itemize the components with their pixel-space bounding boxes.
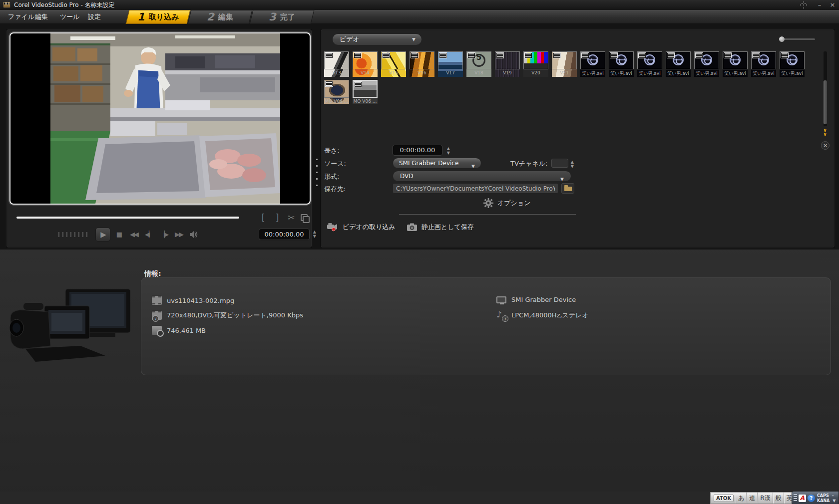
library-scrollbar[interactable] bbox=[824, 51, 827, 126]
separator bbox=[399, 214, 576, 215]
ime-menu-arrow[interactable]: ▼ bbox=[833, 499, 836, 503]
ime-mode-general[interactable]: 般 bbox=[773, 493, 784, 504]
library-thumbnail[interactable]: V21 bbox=[552, 51, 577, 77]
ime-mode-renbun[interactable]: 連 bbox=[747, 493, 758, 504]
timecode-display[interactable]: 00:00:00.00 ▲▼ bbox=[259, 229, 310, 240]
library-row-1: V13 V14 bbox=[324, 51, 811, 80]
menu-tools[interactable]: ツール bbox=[56, 10, 84, 24]
scrub-bar[interactable] bbox=[16, 217, 239, 219]
stop-button[interactable]: ■ bbox=[112, 229, 125, 241]
panel-splitter[interactable] bbox=[316, 159, 318, 190]
filmstrip-badge-icon bbox=[667, 52, 675, 58]
panel-close-button[interactable]: × bbox=[821, 141, 830, 150]
info-device: SMI Grabber Device bbox=[496, 296, 576, 303]
capture-video-button[interactable]: ビデオの取り込み bbox=[327, 223, 396, 232]
timecode-spinner[interactable]: ▲▼ bbox=[313, 230, 316, 239]
source-dropdown[interactable]: SMI Grabber Device ▼ bbox=[393, 158, 481, 169]
jog-ticks[interactable] bbox=[58, 232, 87, 237]
filmstrip-badge-icon bbox=[354, 81, 362, 87]
library-thumbnail[interactable]: 笑い男.avi bbox=[609, 51, 634, 77]
help-icon[interactable]: ? bbox=[808, 495, 815, 502]
expand-panel-button[interactable]: ∨∨ bbox=[820, 128, 830, 137]
library-thumbnail[interactable]: 笑い男.avi bbox=[694, 51, 719, 77]
menu-edit[interactable]: 編集 bbox=[31, 10, 52, 24]
ime-panel-grip[interactable] bbox=[794, 494, 797, 502]
prev-frame-button[interactable]: ◀▏ bbox=[142, 229, 155, 241]
mark-out-button[interactable]: ] bbox=[273, 213, 282, 223]
capture-still-button[interactable]: 静止画として保存 bbox=[407, 223, 474, 232]
thumbnail-label: 笑い男.avi bbox=[723, 70, 748, 77]
close-button[interactable]: × bbox=[827, 0, 838, 9]
menu-settings[interactable]: 設定 bbox=[84, 10, 105, 24]
preview-panel: ▶ ■ ◀◀ ◀▏ ▕▶ ▶▶ [ ] ✂ 00:00:00.00 ▲▼ bbox=[6, 29, 312, 248]
library-thumbnail[interactable]: V16 bbox=[410, 51, 434, 77]
duplicate-button[interactable] bbox=[301, 214, 310, 222]
ime-mode-hiragana[interactable]: あ bbox=[736, 493, 747, 504]
library-thumbnail[interactable]: V20 bbox=[523, 51, 548, 77]
gear-icon bbox=[483, 198, 493, 208]
atok-logo-icon[interactable]: A bbox=[799, 495, 806, 502]
app-logo-icon bbox=[3, 1, 10, 8]
library-thumbnail[interactable]: 笑い男.avi bbox=[780, 51, 805, 77]
library-thumbnail[interactable]: V19 bbox=[495, 51, 520, 77]
ime-atok-button[interactable]: ATOK bbox=[714, 495, 734, 502]
length-value[interactable]: 0:00:00.00 ▲▼ bbox=[393, 145, 442, 156]
dock-icon[interactable] bbox=[799, 4, 808, 6]
library-thumbnail[interactable]: 笑い男.avi bbox=[751, 51, 776, 77]
filmstrip-badge-icon bbox=[752, 52, 760, 58]
library-thumbnail[interactable]: V14 bbox=[353, 51, 378, 77]
capture-workspace: ▶ ■ ◀◀ ◀▏ ▕▶ ▶▶ [ ] ✂ 00:00:00.00 ▲▼ bbox=[0, 24, 839, 250]
filmstrip-badge-icon bbox=[524, 52, 532, 58]
next-frame-button[interactable]: ▕▶ bbox=[157, 229, 170, 241]
library-thumbnail[interactable]: 笑い男.avi bbox=[666, 51, 691, 77]
library-thumbnail[interactable]: 5 V18 bbox=[466, 51, 491, 77]
kana-indicator[interactable]: KANA bbox=[817, 499, 830, 503]
thumbnail-label: V14 bbox=[353, 70, 378, 75]
caps-indicator[interactable]: CAPS bbox=[817, 494, 829, 498]
app-window: Corel VideoStudio Pro - 名称未設定 – × ファイル 編… bbox=[0, 0, 839, 504]
library-thumbnail[interactable]: V15 bbox=[381, 51, 406, 77]
thumbnail-label: 笑い男.avi bbox=[580, 70, 605, 77]
options-button[interactable]: オプション bbox=[483, 197, 531, 209]
format-dropdown[interactable]: DVD ▼ bbox=[393, 171, 571, 182]
thumbnail-label: V16 bbox=[410, 70, 434, 75]
mark-in-button[interactable]: [ bbox=[259, 213, 268, 223]
chevron-down-icon: ▼ bbox=[412, 34, 416, 45]
workflow-step-tab[interactable]: 2編集 bbox=[188, 10, 253, 24]
minimize-button[interactable]: – bbox=[814, 0, 825, 9]
fast-forward-button[interactable]: ▶▶ bbox=[172, 229, 185, 241]
format-label: 形式: bbox=[324, 172, 339, 181]
library-thumbnail[interactable]: V17 bbox=[438, 51, 463, 77]
cut-button[interactable]: ✂ bbox=[287, 213, 296, 223]
ime-toolbar: ATOK あ 連 R漢 般 英 A ? CAPS– KANA▼ bbox=[710, 491, 839, 504]
library-thumbnail[interactable]: 笑い男.avi bbox=[580, 51, 605, 77]
scrollbar-thumb[interactable] bbox=[824, 80, 827, 124]
audio-info-icon bbox=[496, 311, 506, 320]
slider-knob[interactable] bbox=[779, 36, 785, 42]
ime-indicators: CAPS– KANA▼ bbox=[817, 494, 836, 503]
thumbnail-size-slider[interactable] bbox=[780, 38, 815, 40]
browse-folder-button[interactable] bbox=[561, 183, 574, 194]
film-info-icon bbox=[152, 311, 162, 320]
library-thumbnail[interactable]: MO V06 ... bbox=[353, 80, 378, 104]
filmstrip-badge-icon bbox=[439, 52, 447, 58]
tv-channel-input[interactable]: ▲▼ bbox=[551, 159, 568, 168]
workflow-step-tab[interactable]: 3完了 bbox=[250, 10, 315, 24]
video-preview[interactable] bbox=[9, 32, 311, 205]
length-spinner[interactable]: ▲▼ bbox=[447, 146, 450, 155]
thumbnail-label: 笑い男.avi bbox=[780, 70, 805, 77]
media-category-dropdown[interactable]: ビデオ ▼ bbox=[332, 33, 422, 45]
rewind-button[interactable]: ◀◀ bbox=[127, 229, 140, 241]
ime-mode-rkan[interactable]: R漢 bbox=[758, 493, 773, 504]
workflow-step-tab[interactable]: 1取り込み bbox=[126, 10, 191, 24]
library-thumbnail[interactable]: MO V06 ... bbox=[324, 80, 349, 104]
play-button[interactable]: ▶ bbox=[95, 228, 110, 242]
ime-minimize[interactable]: – bbox=[832, 494, 834, 498]
filmstrip-badge-icon bbox=[354, 52, 362, 58]
library-thumbnail[interactable]: 笑い男.avi bbox=[637, 51, 662, 77]
destination-input[interactable] bbox=[393, 183, 558, 194]
volume-icon[interactable] bbox=[187, 229, 200, 241]
library-thumbnail[interactable]: 笑い男.avi bbox=[723, 51, 748, 77]
library-thumbnail[interactable]: V13 bbox=[324, 51, 349, 77]
tv-channel-spinner[interactable]: ▲▼ bbox=[571, 160, 574, 169]
